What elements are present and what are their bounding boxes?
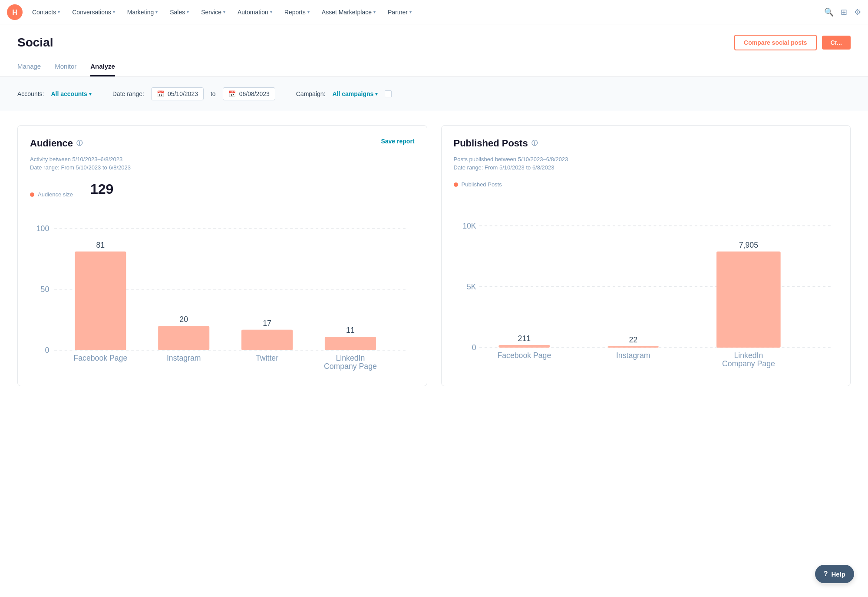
search-icon[interactable]: 🔍 [824, 7, 834, 17]
nav-item-asset-marketplace[interactable]: Asset Marketplace ▾ [316, 0, 382, 24]
info-icon-published[interactable]: ⓘ [531, 139, 538, 147]
date-to-label: to [211, 90, 216, 97]
svg-text:0: 0 [45, 346, 49, 355]
published-posts-chart-svg: 10K 5K 0 211 Facebook Page 22 Instagra [454, 216, 838, 369]
accounts-label: Accounts: [17, 90, 44, 97]
nav-item-conversations[interactable]: Conversations ▾ [66, 0, 121, 24]
header-actions: Compare social posts Cr... [734, 35, 851, 50]
published-posts-subtitle: Posts published between 5/10/2023–6/8/20… [454, 156, 838, 163]
audience-chart-card: Audience ⓘ Save report Activity between … [17, 125, 427, 386]
marketplace-icon[interactable]: ⊞ [841, 7, 847, 17]
svg-text:Twitter: Twitter [256, 354, 278, 362]
svg-text:7,905: 7,905 [739, 241, 758, 249]
filter-checkbox[interactable] [385, 90, 392, 97]
svg-text:Instagram: Instagram [167, 354, 201, 362]
published-posts-legend: Published Posts [454, 181, 838, 188]
chevron-down-icon: ▾ [375, 91, 378, 97]
date-from-input[interactable]: 📅 05/10/2023 [151, 87, 204, 100]
tab-monitor[interactable]: Monitor [55, 57, 76, 76]
svg-text:H: H [12, 9, 17, 16]
date-range-label: Date range: [112, 90, 144, 97]
svg-text:11: 11 [346, 326, 355, 335]
tabs: Manage Monitor Analyze [0, 57, 868, 77]
nav-item-marketing[interactable]: Marketing ▾ [121, 0, 164, 24]
help-button[interactable]: ? Help [815, 565, 854, 583]
bar-instagram [158, 326, 209, 350]
audience-legend: Audience size 129 [30, 181, 415, 208]
audience-activity-subtitle: Activity between 5/10/2023–6/8/2023 [30, 156, 415, 163]
accounts-dropdown[interactable]: All accounts ▾ [51, 90, 91, 97]
bar-fb-published [498, 345, 550, 348]
chevron-down-icon: ▾ [223, 10, 225, 14]
info-icon[interactable]: ⓘ [76, 139, 83, 147]
nav-item-reports[interactable]: Reports ▾ [278, 0, 316, 24]
svg-text:Facebook Page: Facebook Page [73, 354, 127, 362]
campaign-dropdown[interactable]: All campaigns ▾ [332, 90, 378, 97]
nav-item-sales[interactable]: Sales ▾ [164, 0, 195, 24]
published-posts-meta: Date range: From 5/10/2023 to 6/8/2023 [454, 164, 838, 171]
page-title: Social [17, 36, 53, 50]
legend-dot-published [454, 182, 458, 187]
published-posts-chart-card: Published Posts ⓘ Posts published betwee… [441, 125, 851, 386]
audience-chart-header: Audience ⓘ Save report [30, 138, 415, 149]
svg-text:LinkedIn: LinkedIn [734, 351, 763, 360]
campaign-label: Campaign: [296, 90, 326, 97]
chevron-down-icon: ▾ [89, 91, 92, 97]
bar-facebook [75, 252, 126, 350]
svg-text:LinkedIn: LinkedIn [336, 354, 365, 362]
filters-row: Accounts: All accounts ▾ Date range: 📅 0… [0, 77, 868, 111]
help-icon: ? [824, 570, 828, 578]
svg-text:211: 211 [518, 334, 531, 343]
svg-text:17: 17 [263, 319, 271, 328]
chevron-down-icon: ▾ [58, 10, 60, 14]
svg-text:Company Page: Company Page [324, 362, 377, 371]
audience-save-report-link[interactable]: Save report [381, 138, 414, 145]
nav-bar: H Contacts ▾ Conversations ▾ Marketing ▾… [0, 0, 868, 24]
hubspot-logo[interactable]: H [7, 4, 23, 20]
audience-chart-title: Audience ⓘ [30, 138, 83, 149]
svg-text:22: 22 [629, 335, 637, 344]
published-posts-chart-title: Published Posts ⓘ [454, 138, 538, 149]
nav-item-automation[interactable]: Automation ▾ [231, 0, 278, 24]
nav-item-contacts[interactable]: Contacts ▾ [26, 0, 66, 24]
svg-text:0: 0 [472, 343, 476, 352]
nav-item-partner[interactable]: Partner ▾ [382, 0, 418, 24]
bar-linkedin [325, 337, 376, 350]
nav-items: Contacts ▾ Conversations ▾ Marketing ▾ S… [26, 0, 824, 24]
compare-social-posts-button[interactable]: Compare social posts [734, 35, 817, 50]
chevron-down-icon: ▾ [373, 10, 376, 14]
svg-text:Company Page: Company Page [722, 359, 775, 368]
published-posts-bar-chart: 10K 5K 0 211 Facebook Page 22 Instagra [454, 216, 838, 371]
svg-text:50: 50 [41, 285, 50, 294]
svg-text:20: 20 [179, 315, 188, 324]
calendar-icon: 📅 [157, 90, 164, 97]
chevron-down-icon: ▾ [307, 10, 310, 14]
bar-li-published [716, 252, 781, 348]
chevron-down-icon: ▾ [113, 10, 115, 14]
svg-text:5K: 5K [467, 282, 476, 291]
audience-chart-svg: 100 50 0 81 Facebook Page 20 Instagram [30, 218, 415, 372]
create-button[interactable]: Cr... [822, 36, 851, 50]
chevron-down-icon: ▾ [409, 10, 412, 14]
bar-twitter [241, 330, 293, 350]
nav-right-icons: 🔍 ⊞ ⚙ [824, 7, 861, 17]
svg-text:81: 81 [96, 241, 105, 249]
chevron-down-icon: ▾ [155, 10, 158, 14]
svg-text:10K: 10K [462, 222, 476, 230]
chevron-down-icon: ▾ [270, 10, 272, 14]
audience-bar-chart: 100 50 0 81 Facebook Page 20 Instagram [30, 218, 415, 374]
svg-text:100: 100 [36, 224, 50, 233]
bar-ig-published [607, 346, 659, 348]
tab-manage[interactable]: Manage [17, 57, 41, 76]
tab-analyze[interactable]: Analyze [90, 57, 115, 76]
legend-dot-audience [30, 192, 34, 197]
nav-item-service[interactable]: Service ▾ [195, 0, 231, 24]
page-header: Social Compare social posts Cr... [0, 24, 868, 50]
published-posts-chart-header: Published Posts ⓘ [454, 138, 838, 149]
chevron-down-icon: ▾ [187, 10, 189, 14]
audience-chart-meta: Date range: From 5/10/2023 to 6/8/2023 [30, 164, 415, 171]
calendar-icon: 📅 [228, 90, 236, 97]
date-to-input[interactable]: 📅 06/08/2023 [223, 87, 275, 100]
settings-icon[interactable]: ⚙ [854, 7, 861, 17]
page-wrapper: Social Compare social posts Cr... Manage… [0, 24, 868, 597]
